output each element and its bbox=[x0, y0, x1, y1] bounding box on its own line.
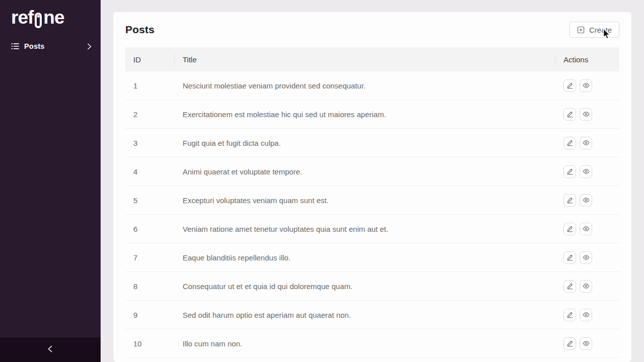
show-button[interactable] bbox=[580, 194, 592, 207]
plus-square-icon bbox=[577, 26, 585, 34]
table-row: 6 Veniam ratione amet tenetur voluptates… bbox=[125, 215, 619, 243]
edit-icon bbox=[567, 340, 574, 347]
unordered-list-icon bbox=[11, 42, 19, 50]
row-title: Excepturi voluptates veniam quam sunt es… bbox=[175, 196, 555, 205]
column-header-id: ID bbox=[125, 55, 175, 64]
row-id: 5 bbox=[125, 196, 175, 205]
sidebar-item-posts[interactable]: Posts bbox=[0, 36, 101, 56]
show-button[interactable] bbox=[580, 280, 592, 293]
eye-icon bbox=[583, 283, 590, 290]
row-id: 1 bbox=[125, 81, 175, 90]
create-button[interactable]: Create bbox=[570, 22, 619, 38]
edit-button[interactable] bbox=[564, 165, 576, 178]
edit-button[interactable] bbox=[564, 309, 576, 321]
row-actions bbox=[555, 137, 619, 149]
sidebar-menu: Posts bbox=[0, 36, 101, 56]
row-title: Veniam ratione amet tenetur voluptates q… bbox=[175, 225, 555, 233]
edit-button[interactable] bbox=[564, 108, 576, 121]
row-title: Consequatur ut et et quia id qui dolorem… bbox=[175, 282, 555, 291]
sidebar-collapse-trigger[interactable] bbox=[0, 337, 101, 362]
row-actions bbox=[555, 165, 619, 178]
eye-icon bbox=[583, 168, 590, 175]
edit-button[interactable] bbox=[564, 280, 576, 293]
edit-icon bbox=[567, 283, 574, 290]
row-title: Eaque blanditiis repellendus illo. bbox=[175, 253, 555, 262]
edit-button[interactable] bbox=[564, 337, 576, 350]
row-id: 3 bbox=[125, 139, 175, 147]
posts-table: ID Title Actions 1 Nesciunt molestiae ve… bbox=[125, 47, 619, 358]
table-row: 8 Consequatur ut et et quia id qui dolor… bbox=[125, 272, 619, 301]
table-row: 2 Exercitationem est molestiae hic qui s… bbox=[125, 100, 619, 129]
show-button[interactable] bbox=[580, 79, 592, 92]
show-button[interactable] bbox=[580, 251, 592, 264]
edit-icon bbox=[567, 168, 574, 175]
eye-icon bbox=[583, 82, 590, 89]
posts-list-card: Posts Create ID Title Actions 1 Nesciunt… bbox=[113, 12, 631, 362]
page-title: Posts bbox=[125, 24, 154, 36]
row-actions bbox=[555, 337, 619, 350]
edit-button[interactable] bbox=[564, 137, 576, 149]
row-actions bbox=[555, 194, 619, 207]
edit-button[interactable] bbox=[564, 194, 576, 207]
show-button[interactable] bbox=[580, 108, 592, 121]
edit-icon bbox=[567, 82, 574, 89]
refine-logo[interactable]: refne bbox=[0, 0, 101, 29]
edit-button[interactable] bbox=[564, 223, 576, 235]
column-header-actions: Actions bbox=[555, 55, 619, 64]
eye-icon bbox=[583, 139, 590, 146]
table-header-row: ID Title Actions bbox=[125, 47, 619, 71]
create-button-label: Create bbox=[589, 26, 612, 34]
row-title: Animi quaerat et voluptate tempore. bbox=[175, 167, 555, 176]
edit-button[interactable] bbox=[564, 79, 576, 92]
column-header-title: Title bbox=[175, 55, 555, 64]
row-title: Nesciunt molestiae veniam provident sed … bbox=[175, 81, 555, 90]
edit-button[interactable] bbox=[564, 251, 576, 264]
table-row: 5 Excepturi voluptates veniam quam sunt … bbox=[125, 186, 619, 215]
row-id: 6 bbox=[125, 225, 175, 233]
table-row: 3 Fugit quia et fugit dicta culpa. bbox=[125, 129, 619, 157]
show-button[interactable] bbox=[580, 223, 592, 235]
show-button[interactable] bbox=[580, 137, 592, 149]
edit-icon bbox=[567, 254, 574, 261]
show-button[interactable] bbox=[580, 165, 592, 178]
table-row: 10 Illo cum nam non. bbox=[125, 329, 619, 358]
edit-icon bbox=[567, 111, 574, 118]
eye-icon bbox=[583, 111, 590, 118]
table-row: 7 Eaque blanditiis repellendus illo. bbox=[125, 243, 619, 272]
logo-text-pre: ref bbox=[11, 6, 33, 29]
eye-icon bbox=[583, 197, 590, 204]
row-id: 4 bbox=[125, 167, 175, 176]
table-row: 4 Animi quaerat et voluptate tempore. bbox=[125, 157, 619, 186]
table-body: 1 Nesciunt molestiae veniam provident se… bbox=[125, 71, 619, 358]
table-row: 1 Nesciunt molestiae veniam provident se… bbox=[125, 71, 619, 100]
chevron-left-icon bbox=[47, 345, 54, 354]
table-row: 9 Sed odit harum optio est aperiam aut q… bbox=[125, 301, 619, 329]
row-actions bbox=[555, 280, 619, 293]
row-actions bbox=[555, 108, 619, 121]
eye-icon bbox=[583, 225, 590, 232]
row-actions bbox=[555, 79, 619, 92]
chevron-right-icon bbox=[86, 43, 93, 50]
row-title: Exercitationem est molestiae hic qui sed… bbox=[175, 110, 555, 119]
edit-icon bbox=[567, 139, 574, 146]
row-title: Fugit quia et fugit dicta culpa. bbox=[175, 139, 555, 147]
row-title: Illo cum nam non. bbox=[175, 339, 555, 348]
edit-icon bbox=[567, 225, 574, 232]
eye-icon bbox=[583, 311, 590, 318]
row-title: Sed odit harum optio est aperiam aut qua… bbox=[175, 311, 555, 319]
logo-i-glyph bbox=[35, 13, 42, 28]
row-id: 9 bbox=[125, 311, 175, 319]
row-actions bbox=[555, 309, 619, 321]
show-button[interactable] bbox=[580, 309, 592, 321]
row-id: 2 bbox=[125, 110, 175, 119]
eye-icon bbox=[583, 340, 590, 347]
show-button[interactable] bbox=[580, 337, 592, 350]
sidebar: refne Posts bbox=[0, 0, 101, 362]
row-id: 10 bbox=[125, 339, 175, 348]
logo-text-post: ne bbox=[43, 6, 64, 29]
card-header: Posts Create bbox=[113, 12, 631, 47]
sidebar-item-label: Posts bbox=[24, 42, 86, 50]
edit-icon bbox=[567, 197, 574, 204]
eye-icon bbox=[583, 254, 590, 261]
row-actions bbox=[555, 251, 619, 264]
